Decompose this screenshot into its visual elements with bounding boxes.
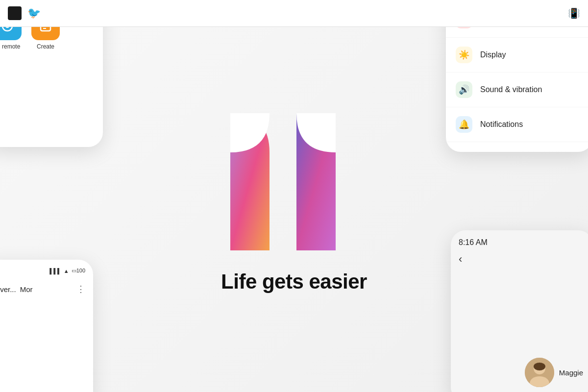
status-bar: ▌▌▌ ▲ ▭100 [0, 268, 85, 274]
signal-icon: ▌▌▌ [49, 268, 61, 274]
sound-label: Sound & vibration [480, 85, 542, 94]
svg-point-10 [534, 363, 545, 370]
center-content: Life gets easier [206, 98, 382, 294]
contact-name: Maggie [559, 368, 583, 377]
vibration-icon: 📳 [568, 7, 580, 19]
message-row[interactable]: conver... Mor ⋮ [0, 280, 85, 298]
conversation-text: conver... [0, 285, 16, 294]
phone-bottom-left: ▌▌▌ ▲ ▭100 conver... Mor ⋮ [0, 260, 93, 392]
miui-logo [8, 6, 22, 20]
notifications-label: Notifications [480, 120, 523, 129]
battery-status: ▭100 [72, 268, 85, 274]
top-bar: 🐦 📳 [0, 0, 588, 27]
settings-notifications[interactable]: 🔔 Notifications [446, 107, 588, 142]
more-options-icon[interactable]: ⋮ [76, 284, 85, 294]
contact-row: Maggie [525, 358, 583, 387]
phone-bottom-right: 8:16 AM ‹ Maggie [451, 230, 588, 392]
avatar [525, 358, 554, 387]
phone-time: 8:16 AM [459, 238, 585, 247]
sound-icon: 🔊 [456, 81, 472, 98]
twitter-icon[interactable]: 🐦 [27, 7, 41, 20]
miui11-logo [206, 98, 382, 265]
back-button[interactable]: ‹ [459, 253, 585, 266]
notifications-icon: 🔔 [456, 116, 472, 133]
create-label: Create [37, 43, 54, 50]
ir-remote-label: IR remote [0, 43, 20, 50]
settings-sound[interactable]: 🔊 Sound & vibration [446, 73, 588, 107]
display-label: Display [480, 50, 506, 59]
more-text: Mor [20, 285, 33, 294]
tagline: Life gets easier [221, 270, 367, 294]
settings-display[interactable]: ☀️ Display [446, 38, 588, 73]
display-icon: ☀️ [456, 47, 472, 63]
wifi-icon: ▲ [64, 268, 69, 274]
